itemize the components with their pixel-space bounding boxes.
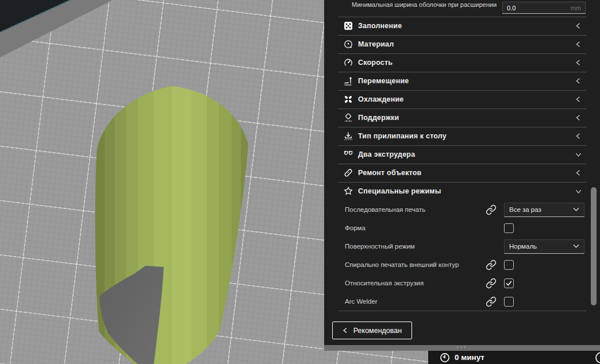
relative-extrusion-checkbox[interactable]	[504, 278, 514, 288]
model-cylinder[interactable]	[95, 86, 248, 364]
mesh-fixes-icon	[344, 168, 353, 177]
category-label: Ремонт объектов	[358, 169, 421, 177]
dual-extruders-icon	[344, 150, 353, 159]
category-label: Два экструдера	[358, 150, 415, 158]
settings-divider	[338, 311, 586, 311]
category-label: Охлаждение	[358, 95, 404, 103]
link-icon[interactable]	[486, 204, 497, 215]
chevron-left-icon	[575, 40, 582, 48]
chevron-left-icon	[575, 132, 582, 140]
adhesion-icon	[344, 131, 353, 141]
clock-icon	[440, 353, 450, 363]
chevron-left-icon	[343, 327, 348, 334]
category-label: Поддержки	[358, 114, 399, 122]
category-label: Перемещение	[358, 77, 409, 85]
arc-welder-checkbox[interactable]	[504, 297, 514, 307]
infill-icon	[344, 21, 353, 30]
setting-row-arc-welder: Arc Welder	[324, 292, 600, 311]
surface-mode-dropdown[interactable]: Нормаль	[504, 239, 584, 254]
mold-checkbox[interactable]	[504, 223, 514, 233]
min-shell-width-field[interactable]: mm	[502, 2, 586, 14]
panel-scrollbar[interactable]	[591, 187, 597, 305]
print-time-label: 0 минут	[455, 353, 484, 362]
category-travel[interactable]: Перемещение	[324, 72, 600, 90]
setting-row-min-shell-width: Минимальная ширина оболочки при расширен…	[324, 0, 600, 17]
category-material[interactable]: Материал	[324, 35, 600, 53]
material-spool-icon	[595, 352, 600, 363]
chevron-left-icon	[575, 169, 582, 177]
category-dual-extrusion[interactable]: Два экструдера	[324, 145, 600, 164]
setting-label: Arc Welder	[345, 298, 378, 305]
dropdown-value: Нормаль	[505, 243, 573, 250]
min-shell-width-input[interactable]	[503, 5, 571, 11]
chevron-left-icon	[575, 22, 582, 30]
recommended-mode-button[interactable]: Рекомендован	[332, 322, 412, 339]
category-speed[interactable]: Скорость	[324, 53, 600, 72]
setting-label: Последовательная печать	[345, 206, 425, 213]
chevron-left-icon	[575, 77, 582, 85]
category-infill[interactable]: Заполнение	[324, 17, 600, 35]
setting-row-mold: Форма	[324, 219, 600, 237]
travel-icon	[344, 76, 353, 86]
setting-label: Относительная экструзия	[345, 280, 424, 286]
cooling-icon	[344, 95, 353, 104]
category-label: Скорость	[358, 59, 393, 67]
speed-icon	[344, 58, 353, 67]
dropdown-value: Все за раз	[505, 206, 573, 213]
special-modes-icon	[344, 187, 353, 196]
chevron-down-icon	[573, 244, 584, 249]
setting-label: Форма	[345, 224, 366, 231]
print-estimate-bar: 0 минут	[428, 351, 600, 364]
category-label: Тип прилипания к столу	[358, 132, 447, 140]
print-sequence-dropdown[interactable]: Все за раз	[504, 203, 584, 217]
chevron-down-icon	[575, 187, 582, 195]
category-label: Материал	[358, 40, 394, 48]
link-icon[interactable]	[486, 296, 497, 307]
material-icon	[344, 40, 353, 49]
chevron-down-icon	[573, 207, 584, 212]
chevron-down-icon	[575, 150, 582, 158]
setting-label: Минимальная ширина оболочки при расширен…	[352, 1, 499, 8]
chevron-left-icon	[575, 114, 582, 122]
mode-button-label: Рекомендован	[353, 327, 402, 335]
category-cooling[interactable]: Охлаждение	[324, 90, 600, 109]
link-icon[interactable]	[486, 260, 497, 270]
panel-resize-handle[interactable]: •••	[324, 345, 600, 351]
setting-row-relative-extrusion: Относительная экструзия	[324, 274, 600, 292]
setting-label: Спирально печатать внешний контур	[345, 261, 459, 268]
category-special-modes[interactable]: Специальные режимы	[324, 182, 600, 200]
setting-row-print-sequence: Последовательная печать Все за раз	[324, 200, 600, 219]
supports-icon	[344, 113, 353, 122]
setting-row-spiralize: Спирально печатать внешний контур	[324, 255, 600, 274]
setting-label: Поверхностный режим	[345, 243, 415, 250]
link-icon[interactable]	[486, 278, 497, 289]
print-settings-panel: Минимальная ширина оболочки при расширен…	[324, 0, 600, 351]
setting-row-surface-mode: Поверхностный режим Нормаль	[324, 237, 600, 255]
unit-label: mm	[571, 5, 585, 11]
drag-handle-dots: •••	[457, 346, 467, 348]
plate-corner	[0, 0, 113, 57]
category-build-plate-adhesion[interactable]: Тип прилипания к столу	[324, 127, 600, 145]
category-supports[interactable]: Поддержки	[324, 109, 600, 127]
chevron-left-icon	[575, 59, 582, 67]
spiralize-checkbox[interactable]	[504, 260, 514, 270]
category-mesh-fixes[interactable]: Ремонт объектов	[324, 164, 600, 182]
chevron-left-icon	[575, 95, 582, 103]
category-label: Заполнение	[358, 22, 402, 30]
category-label: Специальные режимы	[358, 187, 441, 195]
